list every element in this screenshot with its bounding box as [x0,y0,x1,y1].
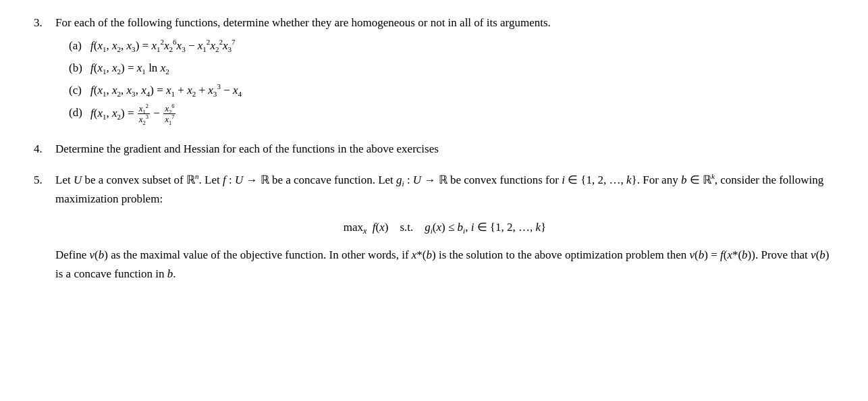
centered-optimization: maxx f(x) s.t. gi(x) ≤ bi, i ∈ {1, 2, …,… [55,218,834,236]
frac-numerator-1: x12 [138,103,150,115]
subproblem-3a-math: f(x1, x2, x3) = x12x26x3 − x12x22x37 [90,36,236,56]
frac-denominator-2: x17 [163,114,175,125]
frac-numerator-2: x26 [163,103,175,115]
subproblem-3d-label: (d) [69,103,90,122]
frac-denominator-1: x23 [138,114,150,125]
problem-5-text: Let U be a convex subset of ℝn. Let f : … [55,173,823,205]
max-label: max [344,221,363,234]
subproblem-3c: (c) f(x1, x2, x3, x4) = x1 + x2 + x33 − … [69,81,834,101]
problem-4: 4. Determine the gradient and Hessian fo… [34,140,834,159]
subproblem-3b-label: (b) [69,59,90,77]
problem-3-sublist: (a) f(x1, x2, x3) = x12x26x3 − x12x22x37… [69,36,834,125]
problem-3-content: For each of the following functions, det… [55,14,834,128]
problem-4-number: 4. [34,140,55,158]
subproblem-3c-math: f(x1, x2, x3, x4) = x1 + x2 + x33 − x4 [90,81,242,101]
frac-x2six-x1seven: x26 x17 [163,103,175,125]
problem-3-number: 3. [34,14,55,32]
subproblem-3d: (d) f(x1, x2) = x12 x23 − x26 x17 [69,103,834,125]
problem-5-extra-text: Define v(b) as the maximal value of the … [55,246,834,284]
subproblem-3b: (b) f(x1, x2) = x1 ln x2 [69,59,834,78]
problem-4-text: Determine the gradient and Hessian for e… [55,142,439,155]
problem-5-content: Let U be a convex subset of ℝn. Let f : … [55,171,834,284]
subproblem-3a-label: (a) [69,36,90,55]
problem-3-text: For each of the following functions, det… [55,16,551,29]
problem-5: 5. Let U be a convex subset of ℝn. Let f… [34,171,834,284]
subproblem-3c-label: (c) [69,81,90,99]
problem-3: 3. For each of the following functions, … [34,14,834,128]
subproblem-3b-math: f(x1, x2) = x1 ln x2 [90,59,169,78]
problem-5-number: 5. [34,171,55,189]
subproblem-3a: (a) f(x1, x2, x3) = x12x26x3 − x12x22x37 [69,36,834,56]
problem-list: 3. For each of the following functions, … [34,14,834,284]
frac-x1sq-x2cubed: x12 x23 [138,103,150,125]
problem-4-content: Determine the gradient and Hessian for e… [55,140,834,159]
subproblem-3d-math: f(x1, x2) = x12 x23 − x26 x17 [90,103,176,125]
